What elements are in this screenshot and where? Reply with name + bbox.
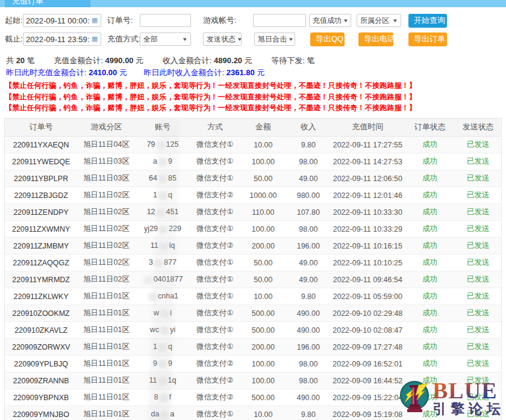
cell-income: 490.00 <box>286 322 330 339</box>
orders-table: 订单号 游戏分区 账号 方式 金额 收入 充值时间 订单状态 发送状态 2209… <box>5 119 501 420</box>
game-account-input[interactable] <box>253 14 306 27</box>
cell-game-zone: 旭日11日01区 <box>77 372 135 389</box>
cell-recharge-time: 2022-09-11 17:27:55 <box>331 137 405 153</box>
start-date-input[interactable] <box>23 14 101 27</box>
cell-order-no: 220911YMRMDZ <box>5 271 77 288</box>
export-order-button[interactable]: 导出订单 <box>408 32 447 46</box>
cell-recharge-time: 2022-09-10 02:08:47 <box>331 322 405 339</box>
table-row: 220911YMRMDZ 旭日11日02区 0401877 微信支付① 50.0… <box>5 271 501 288</box>
col-order-no: 订单号 <box>5 119 77 137</box>
cell-order-no: 220911ZXWMNY <box>5 221 77 238</box>
calendar-icon[interactable]: ▦ <box>92 35 99 43</box>
cell-send-status: 已发送 <box>455 322 501 339</box>
filter-row-1: 起始: ▦ 订单号: 游戏帐号: 充值成功 ▼ 所属分区 ▼ 开始查询 <box>5 13 506 28</box>
recharge-method-label: 充值方式: <box>107 34 140 45</box>
export-phone-button[interactable]: 导出电话 <box>358 32 393 46</box>
cell-order-no: 220910ZKAVLZ <box>5 322 77 339</box>
calendar-icon[interactable]: ▦ <box>92 16 99 24</box>
cell-amount: 100.00 <box>240 221 287 238</box>
redaction-blur <box>148 293 157 301</box>
pending-count: 等待下发: 笔 <box>271 56 314 65</box>
export-qq-button[interactable]: 导出QQ <box>310 32 345 46</box>
cell-amount: 10.00 <box>240 288 287 305</box>
yesterday-summary-line: 昨日此时充值金额合计: 2410.00 元 昨日此时收入金额合计: 2361.8… <box>6 68 506 77</box>
cell-income: 49.00 <box>286 170 330 187</box>
cell-income: 49.00 <box>286 255 330 271</box>
cell-order-no: 220910ZOOKMZ <box>5 305 77 322</box>
cell-recharge-time: 2022-09-11 14:27:53 <box>331 153 405 170</box>
cell-income: 98.00 <box>286 356 330 372</box>
redaction-blur <box>158 175 167 183</box>
col-recharge-time: 充值时间 <box>331 119 405 137</box>
table-row: 220911YBPLPR 旭日11日03区 6485 微信支付① 50.00 4… <box>5 170 501 187</box>
page-tab-recharge-orders[interactable]: 充值订单 <box>5 0 90 7</box>
redaction-blur <box>144 276 152 284</box>
cell-game-zone: 旭日11日01区 <box>77 389 135 406</box>
cell-game-zone: 旭日11日01区 <box>77 339 135 356</box>
game-account-label: 游戏帐号: <box>203 15 241 26</box>
cell-amount: 50.00 <box>240 170 287 187</box>
table-row: 220911YXAEQN 旭日11日04区 79125 微信支付① 10.00 … <box>5 137 501 153</box>
cell-recharge-time: 2022-09-09 15:22:04 <box>331 389 405 406</box>
cell-amount: 1000.00 <box>240 187 287 204</box>
cell-account: yj29229 <box>136 221 190 238</box>
cell-order-status: 成功 <box>405 322 455 339</box>
cell-game-zone: 旭日11日04区 <box>77 137 135 153</box>
chevron-down-icon: ▼ <box>288 37 294 42</box>
cell-method: 微信支付① <box>190 255 240 271</box>
warning-line: 【禁止任何行骗，钓鱼，诈骗，赌博，胖妞，娱乐，套现等行为！一经发现直接封号处理，… <box>5 93 506 102</box>
orders-table-wrap: 订单号 游戏分区 账号 方式 金额 收入 充值时间 订单状态 发送状态 2209… <box>4 118 502 420</box>
end-date-wrap: ▦ <box>23 32 101 46</box>
cell-order-no: 220911ZJMBMY <box>5 238 77 255</box>
cell-method: 微信支付① <box>190 170 240 187</box>
cell-order-no: 220911YBPLPR <box>5 170 77 187</box>
end-date-label: 截止: <box>5 34 23 45</box>
col-send-status: 发送状态 <box>455 119 501 137</box>
redaction-blur <box>158 360 167 368</box>
table-row: 220910ZOOKMZ 旭日11日01区 wi 微信支付① 500.00 49… <box>5 305 501 322</box>
cell-method: 微信支付① <box>190 406 240 420</box>
cell-game-zone: 旭日11日01区 <box>77 305 135 322</box>
zone-select[interactable]: 所属分区 ▼ <box>357 14 401 27</box>
warning-line: 【禁止任何行骗，钓鱼，诈骗，赌博，胖妞，娱乐，套现等行为！一经发现直接封号处理，… <box>5 81 506 90</box>
cell-recharge-time: 2022-09-09 16:52:01 <box>331 356 405 372</box>
table-row: 220911ZENDPY 旭日11日02区 12451 微信支付① 110.00… <box>5 204 501 221</box>
start-query-button[interactable]: 开始查询 <box>408 14 447 28</box>
cell-order-status: 成功 <box>405 153 455 170</box>
game-select[interactable]: 旭日合击 ▼ <box>254 32 295 46</box>
cell-order-status: 成功 <box>405 305 455 322</box>
cell-amount: 50.00 <box>240 271 287 288</box>
cell-amount: 500.00 <box>240 389 287 406</box>
cell-account: wcyi <box>136 322 190 339</box>
cell-order-status: 成功 <box>405 271 455 288</box>
table-row: 220911ZXWMNY 旭日11日02区 yj29229 微信支付① 100.… <box>5 221 501 238</box>
recharge-total: 充值金额合计: 4990.00 元 <box>54 56 160 65</box>
start-date-label: 起始: <box>5 15 23 26</box>
end-date-input[interactable] <box>23 32 101 46</box>
cell-income: 107.80 <box>286 204 330 221</box>
cell-game-zone: 旭日11日03区 <box>77 153 135 170</box>
cell-method: 微信支付② <box>190 187 240 204</box>
cell-income: 98.00 <box>286 153 330 170</box>
cell-game-zone: 旭日11日01区 <box>77 322 135 339</box>
cell-order-no: 220911YXAEQN <box>5 137 77 153</box>
redaction-blur <box>160 242 168 250</box>
send-status-select[interactable]: 发送状态 ▼ <box>203 32 242 46</box>
cell-order-status: 成功 <box>405 288 455 305</box>
cell-income: 196.00 <box>286 339 330 356</box>
recharge-status-select[interactable]: 充值成功 ▼ <box>309 14 351 27</box>
cell-send-status: 已发送 <box>455 204 501 221</box>
cell-account: 12451 <box>136 204 190 221</box>
recharge-method-select[interactable]: 全部 ▼ <box>140 32 191 46</box>
cell-method: 微信支付① <box>190 137 240 153</box>
cell-amount: 100.00 <box>240 372 287 389</box>
cell-send-status: 已发送 <box>455 305 501 322</box>
cell-account: daa <box>136 406 190 420</box>
cell-amount: 500.00 <box>240 322 287 339</box>
cell-game-zone: 旭日11日03区 <box>77 170 135 187</box>
order-no-input[interactable] <box>140 14 191 27</box>
cell-account: wi <box>136 305 190 322</box>
cell-game-zone: 旭日11日01区 <box>77 288 135 305</box>
forum-logo-icon <box>399 379 431 419</box>
col-game-zone: 游戏分区 <box>77 119 135 137</box>
